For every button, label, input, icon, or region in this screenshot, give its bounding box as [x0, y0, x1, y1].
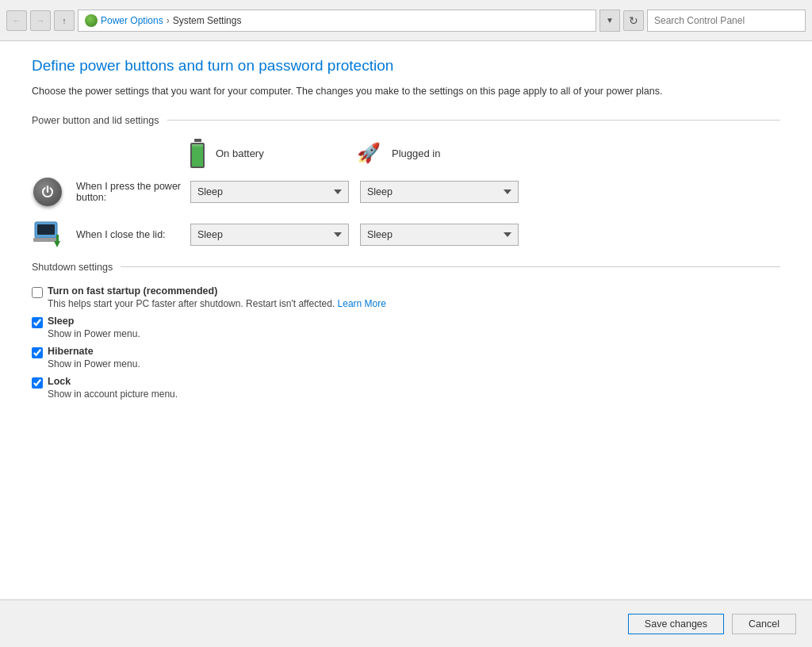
svg-rect-1: [37, 224, 55, 235]
plugged-in-icon: 🚀: [357, 142, 381, 164]
lock-checkbox[interactable]: [32, 377, 43, 389]
search-input[interactable]: [647, 10, 806, 32]
page-title: Define power buttons and turn on passwor…: [32, 57, 780, 75]
shutdown-section-header: Shutdown settings: [32, 262, 780, 273]
power-button-label: When I press the power button:: [76, 181, 190, 203]
power-button-on-battery-select[interactable]: Sleep Do nothing Hibernate Shut down Tur…: [190, 181, 349, 203]
hibernate-label[interactable]: Hibernate: [32, 346, 780, 358]
shutdown-section-label: Shutdown settings: [32, 262, 113, 273]
breadcrumb-home[interactable]: Power Options: [101, 15, 163, 26]
sleep-row: Sleep Show in Power menu.: [32, 316, 780, 339]
breadcrumb-separator: ›: [167, 15, 170, 26]
lid-close-dropdowns: Sleep Do nothing Hibernate Shut down Tur…: [190, 224, 519, 246]
forward-button[interactable]: →: [30, 10, 51, 31]
on-battery-column-header: On battery: [190, 139, 357, 168]
fast-startup-main-label: Turn on fast startup (recommended): [48, 285, 217, 297]
up-button[interactable]: ↑: [54, 10, 75, 31]
hibernate-sub: Show in Power menu.: [48, 358, 780, 369]
hibernate-checkbox[interactable]: [32, 347, 43, 358]
battery-icon: [190, 139, 205, 168]
power-button-icon: [32, 176, 63, 208]
lid-close-icon: [32, 219, 63, 251]
power-button-dropdowns: Sleep Do nothing Hibernate Shut down Tur…: [190, 181, 519, 203]
fast-startup-label[interactable]: Turn on fast startup (recommended): [32, 285, 780, 298]
lid-close-on-battery-select[interactable]: Sleep Do nothing Hibernate Shut down Tur…: [190, 224, 349, 246]
footer: Save changes Cancel: [0, 599, 812, 647]
fast-startup-row: Turn on fast startup (recommended) This …: [32, 285, 780, 309]
laptop-lid-icon: [32, 220, 63, 249]
fast-startup-checkbox[interactable]: [32, 287, 43, 298]
lock-label[interactable]: Lock: [32, 376, 780, 389]
sleep-checkbox[interactable]: [32, 317, 43, 328]
page-description: Choose the power settings that you want …: [32, 84, 714, 99]
lock-main-label: Lock: [48, 376, 71, 387]
columns-header: On battery 🚀 Plugged in: [190, 139, 780, 168]
on-battery-label: On battery: [216, 147, 264, 159]
lid-close-row: When I close the lid: Sleep Do nothing H…: [32, 219, 780, 251]
power-button-section-header: Power button and lid settings: [32, 115, 780, 126]
back-button[interactable]: ←: [6, 10, 27, 31]
svg-rect-4: [56, 235, 59, 242]
power-button-plugged-in-select[interactable]: Sleep Do nothing Hibernate Shut down Tur…: [360, 181, 519, 203]
refresh-button[interactable]: ↻: [623, 10, 644, 31]
main-content: Define power buttons and turn on passwor…: [0, 41, 812, 599]
power-button-row: When I press the power button: Sleep Do …: [32, 176, 780, 208]
plugged-in-column-header: 🚀 Plugged in: [357, 142, 523, 164]
breadcrumb-current: System Settings: [173, 15, 242, 26]
sleep-label[interactable]: Sleep: [32, 316, 780, 328]
svg-marker-3: [54, 241, 60, 247]
lock-row: Lock Show in account picture menu.: [32, 376, 780, 400]
plugged-in-label: Plugged in: [392, 147, 440, 159]
breadcrumb-dropdown-button[interactable]: ▼: [599, 10, 620, 32]
power-circle-icon: [33, 178, 62, 206]
power-options-icon: [85, 14, 98, 27]
learn-more-link[interactable]: Learn More: [338, 298, 386, 309]
lock-sub: Show in account picture menu.: [48, 389, 780, 400]
sleep-sub: Show in Power menu.: [48, 328, 780, 339]
lid-close-plugged-in-select[interactable]: Sleep Do nothing Hibernate Shut down Tur…: [360, 224, 519, 246]
hibernate-main-label: Hibernate: [48, 346, 94, 357]
navigation-bar: ← → ↑ Power Options › System Settings ▼ …: [0, 0, 812, 41]
save-changes-button[interactable]: Save changes: [628, 614, 724, 634]
cancel-button[interactable]: Cancel: [732, 614, 796, 634]
fast-startup-sub: This helps start your PC faster after sh…: [48, 298, 780, 309]
lid-close-label: When I close the lid:: [76, 229, 190, 240]
hibernate-row: Hibernate Show in Power menu.: [32, 346, 780, 369]
breadcrumb: Power Options › System Settings: [78, 10, 596, 32]
sleep-main-label: Sleep: [48, 316, 74, 327]
power-button-section-label: Power button and lid settings: [32, 115, 159, 126]
